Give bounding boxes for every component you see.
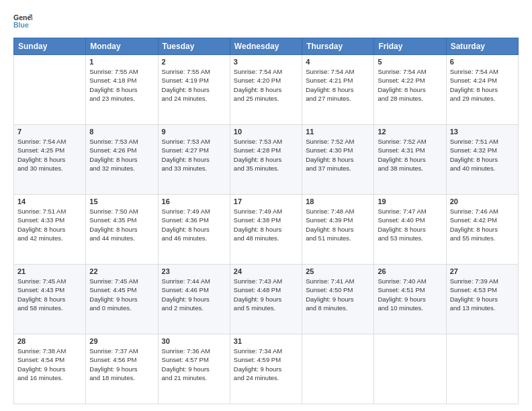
calendar-day-cell: 10Sunrise: 7:53 AM Sunset: 4:28 PM Dayli… xyxy=(230,125,302,195)
calendar-day-cell: 20Sunrise: 7:46 AM Sunset: 4:42 PM Dayli… xyxy=(446,195,518,265)
calendar-day-cell: 9Sunrise: 7:53 AM Sunset: 4:27 PM Daylig… xyxy=(158,125,230,195)
calendar-day-cell xyxy=(446,334,518,404)
calendar-day-cell: 3Sunrise: 7:54 AM Sunset: 4:20 PM Daylig… xyxy=(230,55,302,125)
day-number: 26 xyxy=(378,267,442,275)
day-info: Sunrise: 7:46 AM Sunset: 4:42 PM Dayligh… xyxy=(450,207,515,242)
day-number: 15 xyxy=(89,197,154,205)
day-info: Sunrise: 7:39 AM Sunset: 4:53 PM Dayligh… xyxy=(450,277,515,312)
day-number: 8 xyxy=(89,128,154,136)
calendar-weekday: Thursday xyxy=(302,38,374,55)
day-number: 16 xyxy=(162,197,226,205)
calendar-week-row: 7Sunrise: 7:54 AM Sunset: 4:25 PM Daylig… xyxy=(14,125,519,195)
calendar-day-cell: 17Sunrise: 7:49 AM Sunset: 4:38 PM Dayli… xyxy=(230,195,302,265)
calendar-day-cell: 19Sunrise: 7:47 AM Sunset: 4:40 PM Dayli… xyxy=(374,195,446,265)
calendar-day-cell: 28Sunrise: 7:38 AM Sunset: 4:54 PM Dayli… xyxy=(14,334,86,404)
day-number: 12 xyxy=(378,128,442,136)
calendar-day-cell: 25Sunrise: 7:41 AM Sunset: 4:50 PM Dayli… xyxy=(302,265,374,334)
day-info: Sunrise: 7:43 AM Sunset: 4:48 PM Dayligh… xyxy=(234,277,298,312)
day-info: Sunrise: 7:54 AM Sunset: 4:22 PM Dayligh… xyxy=(378,67,442,103)
day-info: Sunrise: 7:52 AM Sunset: 4:31 PM Dayligh… xyxy=(378,137,442,173)
calendar-day-cell: 8Sunrise: 7:53 AM Sunset: 4:26 PM Daylig… xyxy=(86,125,158,195)
calendar-day-cell: 2Sunrise: 7:55 AM Sunset: 4:19 PM Daylig… xyxy=(158,55,230,125)
day-number: 9 xyxy=(162,128,226,136)
calendar-day-cell: 6Sunrise: 7:54 AM Sunset: 4:24 PM Daylig… xyxy=(446,55,518,125)
day-info: Sunrise: 7:50 AM Sunset: 4:35 PM Dayligh… xyxy=(89,207,154,242)
calendar-day-cell: 18Sunrise: 7:48 AM Sunset: 4:39 PM Dayli… xyxy=(302,195,374,265)
calendar-day-cell: 23Sunrise: 7:44 AM Sunset: 4:46 PM Dayli… xyxy=(158,265,230,334)
day-info: Sunrise: 7:44 AM Sunset: 4:46 PM Dayligh… xyxy=(162,277,226,312)
day-info: Sunrise: 7:45 AM Sunset: 4:45 PM Dayligh… xyxy=(89,277,154,312)
day-number: 4 xyxy=(306,58,370,66)
calendar-weekday: Wednesday xyxy=(230,38,302,55)
calendar-day-cell: 11Sunrise: 7:52 AM Sunset: 4:30 PM Dayli… xyxy=(302,125,374,195)
calendar-day-cell: 14Sunrise: 7:51 AM Sunset: 4:33 PM Dayli… xyxy=(14,195,86,265)
day-info: Sunrise: 7:52 AM Sunset: 4:30 PM Dayligh… xyxy=(306,137,370,173)
calendar-day-cell: 31Sunrise: 7:34 AM Sunset: 4:59 PM Dayli… xyxy=(230,334,302,404)
calendar-day-cell: 16Sunrise: 7:49 AM Sunset: 4:36 PM Dayli… xyxy=(158,195,230,265)
day-number: 1 xyxy=(89,58,154,66)
calendar-weekday: Saturday xyxy=(446,38,518,55)
calendar-weekday: Sunday xyxy=(14,38,86,55)
page-header: General Blue xyxy=(13,12,519,31)
day-info: Sunrise: 7:37 AM Sunset: 4:56 PM Dayligh… xyxy=(89,347,154,382)
day-info: Sunrise: 7:41 AM Sunset: 4:50 PM Dayligh… xyxy=(306,277,370,312)
calendar-day-cell: 24Sunrise: 7:43 AM Sunset: 4:48 PM Dayli… xyxy=(230,265,302,334)
calendar-day-cell: 5Sunrise: 7:54 AM Sunset: 4:22 PM Daylig… xyxy=(374,55,446,125)
day-number: 5 xyxy=(378,58,442,66)
calendar-week-row: 21Sunrise: 7:45 AM Sunset: 4:43 PM Dayli… xyxy=(14,265,519,334)
day-number: 24 xyxy=(234,267,298,275)
day-number: 7 xyxy=(17,128,82,136)
calendar-day-cell xyxy=(302,334,374,404)
calendar-day-cell xyxy=(374,334,446,404)
day-info: Sunrise: 7:49 AM Sunset: 4:36 PM Dayligh… xyxy=(162,207,226,242)
day-number: 2 xyxy=(162,58,226,66)
calendar-day-cell: 29Sunrise: 7:37 AM Sunset: 4:56 PM Dayli… xyxy=(86,334,158,404)
day-info: Sunrise: 7:36 AM Sunset: 4:57 PM Dayligh… xyxy=(162,347,226,382)
day-info: Sunrise: 7:40 AM Sunset: 4:51 PM Dayligh… xyxy=(378,277,442,312)
logo-icon: General Blue xyxy=(13,12,32,31)
day-number: 17 xyxy=(234,197,298,205)
day-number: 18 xyxy=(306,197,370,205)
day-number: 25 xyxy=(306,267,370,275)
day-info: Sunrise: 7:48 AM Sunset: 4:39 PM Dayligh… xyxy=(306,207,370,242)
day-info: Sunrise: 7:54 AM Sunset: 4:25 PM Dayligh… xyxy=(17,137,82,173)
day-number: 6 xyxy=(450,58,515,66)
day-number: 20 xyxy=(450,197,515,205)
day-info: Sunrise: 7:47 AM Sunset: 4:40 PM Dayligh… xyxy=(378,207,442,242)
calendar-weekday: Monday xyxy=(86,38,158,55)
day-info: Sunrise: 7:51 AM Sunset: 4:32 PM Dayligh… xyxy=(450,137,515,173)
calendar-week-row: 28Sunrise: 7:38 AM Sunset: 4:54 PM Dayli… xyxy=(14,334,519,404)
day-number: 31 xyxy=(234,337,298,345)
day-number: 29 xyxy=(89,337,154,345)
calendar-weekday: Friday xyxy=(374,38,446,55)
day-number: 28 xyxy=(17,337,82,345)
day-info: Sunrise: 7:51 AM Sunset: 4:33 PM Dayligh… xyxy=(17,207,82,242)
calendar-day-cell: 26Sunrise: 7:40 AM Sunset: 4:51 PM Dayli… xyxy=(374,265,446,334)
calendar-day-cell: 30Sunrise: 7:36 AM Sunset: 4:57 PM Dayli… xyxy=(158,334,230,404)
day-number: 10 xyxy=(234,128,298,136)
day-number: 13 xyxy=(450,128,515,136)
day-info: Sunrise: 7:45 AM Sunset: 4:43 PM Dayligh… xyxy=(17,277,82,312)
calendar-day-cell: 27Sunrise: 7:39 AM Sunset: 4:53 PM Dayli… xyxy=(446,265,518,334)
day-info: Sunrise: 7:38 AM Sunset: 4:54 PM Dayligh… xyxy=(17,347,82,382)
day-info: Sunrise: 7:54 AM Sunset: 4:21 PM Dayligh… xyxy=(306,67,370,103)
svg-text:Blue: Blue xyxy=(13,21,29,29)
day-number: 14 xyxy=(17,197,82,205)
day-info: Sunrise: 7:54 AM Sunset: 4:20 PM Dayligh… xyxy=(234,67,298,103)
calendar-week-row: 1Sunrise: 7:55 AM Sunset: 4:18 PM Daylig… xyxy=(14,55,519,125)
day-info: Sunrise: 7:55 AM Sunset: 4:19 PM Dayligh… xyxy=(162,67,226,103)
day-number: 22 xyxy=(89,267,154,275)
day-info: Sunrise: 7:55 AM Sunset: 4:18 PM Dayligh… xyxy=(89,67,154,103)
day-number: 27 xyxy=(450,267,515,275)
day-number: 19 xyxy=(378,197,442,205)
day-info: Sunrise: 7:53 AM Sunset: 4:26 PM Dayligh… xyxy=(89,137,154,173)
calendar-day-cell: 13Sunrise: 7:51 AM Sunset: 4:32 PM Dayli… xyxy=(446,125,518,195)
day-number: 30 xyxy=(162,337,226,345)
calendar-day-cell: 4Sunrise: 7:54 AM Sunset: 4:21 PM Daylig… xyxy=(302,55,374,125)
day-number: 21 xyxy=(17,267,82,275)
logo: General Blue xyxy=(13,12,32,31)
calendar-weekday: Tuesday xyxy=(158,38,230,55)
calendar-week-row: 14Sunrise: 7:51 AM Sunset: 4:33 PM Dayli… xyxy=(14,195,519,265)
day-info: Sunrise: 7:53 AM Sunset: 4:28 PM Dayligh… xyxy=(234,137,298,173)
calendar-day-cell: 15Sunrise: 7:50 AM Sunset: 4:35 PM Dayli… xyxy=(86,195,158,265)
